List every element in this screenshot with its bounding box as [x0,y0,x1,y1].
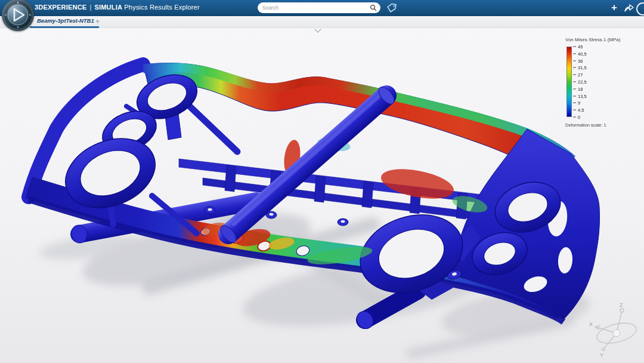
brand-separator: | [89,4,91,11]
3dexperience-compass-logo[interactable] [2,0,34,31]
legend-tick: 40,5 [573,51,587,56]
legend-tick: 27 [573,72,583,78]
legend-tick: 0 [573,115,580,120]
app-name: Physics Results Explorer [124,4,199,11]
model-canvas[interactable] [0,27,644,363]
brand-3dexperience: 3DEXPERIENCE [35,4,86,11]
legend-tick: 36 [573,58,583,63]
new-tab-button[interactable]: + [95,17,100,26]
legend-tick: 18 [573,86,583,91]
triad-y-label: Y [600,352,603,358]
compass-play-icon [2,0,34,31]
legend-colorbar [566,47,572,117]
app-title: 3DEXPERIENCE|SIMULIA Physics Results Exp… [35,4,200,11]
top-bar: 3DEXPERIENCE|SIMULIA Physics Results Exp… [0,0,644,16]
physics-results-explorer-window: 3DEXPERIENCE|SIMULIA Physics Results Exp… [0,0,644,363]
stress-legend: Von Mises Stress.1 (MPa) 45 40,5 36 31,5… [565,37,637,128]
legend-tick: 9 [573,100,580,106]
chevron-down-icon[interactable] [313,27,323,35]
legend-title: Von Mises Stress.1 (MPa) [565,37,637,42]
legend-tick: 13,5 [573,93,587,99]
add-content-icon[interactable]: + [611,2,617,14]
legend-tick: 31,5 [573,65,587,70]
orientation-triad[interactable]: Z X Y [588,300,643,359]
brand-simulia: SIMULIA [94,4,122,11]
deformation-scale-label: Deformation scale: 1 [565,122,637,128]
tab-label: Beamy-3ptTest-NTB1 [37,17,94,24]
triad-x-label: X [589,321,593,327]
legend-tick: 22,5 [573,79,587,85]
user-icon[interactable] [636,2,644,16]
legend-tick: 45 [573,44,583,50]
search-bar[interactable] [258,2,380,13]
triad-z-label: Z [620,302,623,308]
tab-bar: Beamy-3ptTest-NTB1 + [0,16,644,28]
search-icon[interactable] [370,4,377,11]
share-icon[interactable] [624,3,634,13]
search-input[interactable] [261,4,370,11]
3d-viewport[interactable]: Von Mises Stress.1 (MPa) 45 40,5 36 31,5… [0,27,644,363]
tab-beamy-3pttest-ntb1[interactable]: Beamy-3ptTest-NTB1 [30,17,99,28]
tag-icon[interactable] [386,2,397,13]
legend-tick: 4,5 [573,107,584,113]
